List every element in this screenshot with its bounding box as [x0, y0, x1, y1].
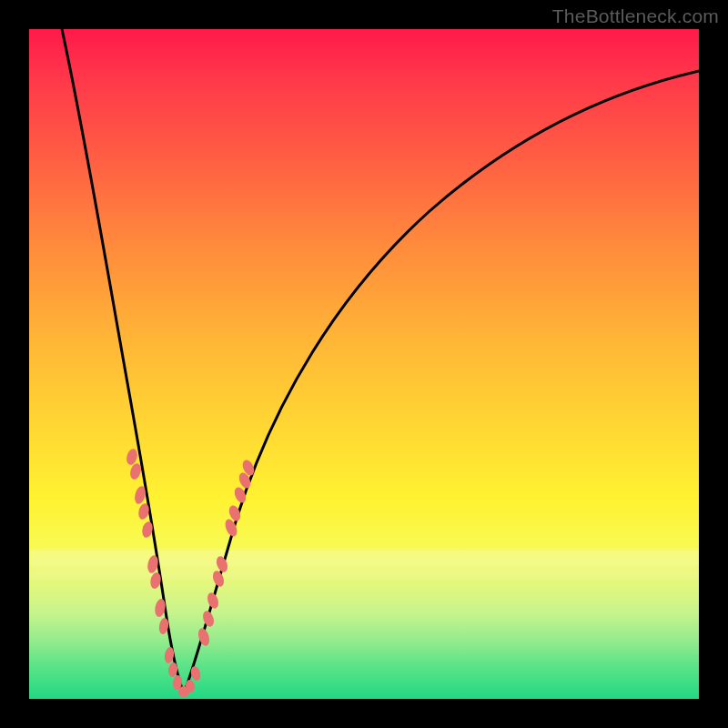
svg-point-0: [125, 448, 138, 466]
bottleneck-curve-left: [62, 29, 184, 693]
bottleneck-curve-right: [184, 71, 699, 693]
svg-point-17: [206, 592, 220, 611]
svg-point-18: [211, 570, 227, 589]
svg-point-16: [201, 610, 216, 629]
curve-layer: [29, 29, 699, 699]
plot-area: [29, 29, 699, 699]
svg-point-19: [215, 555, 230, 574]
chart-frame: TheBottleneck.com: [0, 0, 728, 728]
watermark-text: TheBottleneck.com: [552, 5, 719, 27]
